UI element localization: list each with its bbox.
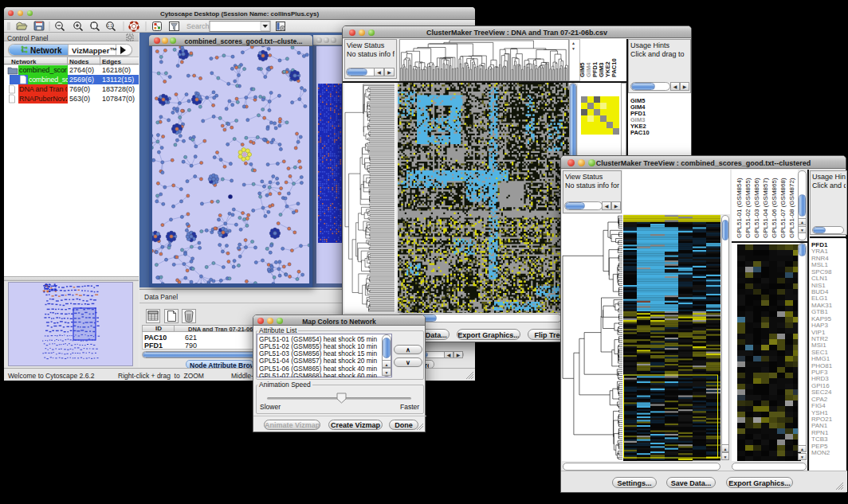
- svg-text:Search:: Search:: [186, 22, 211, 30]
- svg-text:1:1: 1:1: [108, 24, 113, 28]
